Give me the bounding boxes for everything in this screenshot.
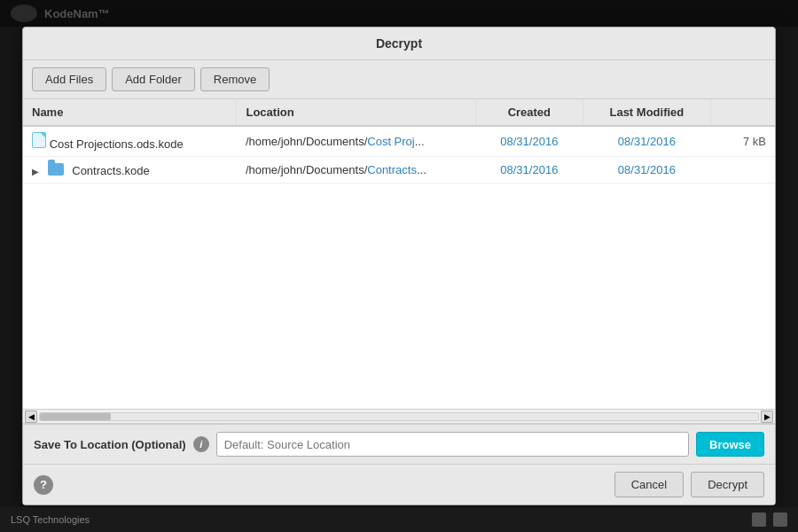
file-table-container: Name Location Created Last Modified (23, 99, 775, 410)
remove-button[interactable]: Remove (200, 67, 270, 91)
expand-arrow-icon[interactable]: ▶ (32, 167, 41, 176)
folder-name: Contracts.kode (72, 164, 149, 177)
table-row[interactable]: Cost Projections.ods.kode /home/john/Doc… (23, 126, 775, 157)
save-location-label: Save To Location (Optional) (34, 438, 186, 451)
scroll-left-button[interactable]: ◀ (25, 411, 37, 423)
dialog-footer: ? Cancel Decrypt (23, 465, 775, 505)
table-row[interactable]: ▶ Contracts.kode /home/john/Documents/Co… (23, 157, 775, 184)
location-ellipsis: ... (417, 163, 426, 176)
dialog-title: Decrypt (23, 27, 775, 60)
scroll-thumb[interactable] (40, 413, 111, 420)
horizontal-scrollbar[interactable]: ◀ ▶ (23, 410, 775, 424)
dialog-toolbar: Add Files Add Folder Remove (23, 60, 775, 99)
location-prefix: /home/john/Documents/ (246, 163, 367, 176)
file-size-cell: 7 kB (711, 126, 775, 157)
location-highlight: Cost Proj (367, 135, 414, 148)
location-highlight: Contracts (367, 163, 417, 176)
file-icon (32, 132, 46, 148)
col-header-name: Name (23, 99, 237, 126)
file-name: Cost Projections.ods.kode (50, 137, 184, 151)
info-icon[interactable]: i (193, 436, 209, 452)
col-header-size (711, 99, 775, 126)
app-company-text: LSQ Technologies (11, 514, 90, 525)
location-prefix: /home/john/Documents/ (246, 135, 367, 148)
browse-button[interactable]: Browse (696, 432, 764, 457)
table-header-row: Name Location Created Last Modified (23, 99, 775, 126)
add-folder-button[interactable]: Add Folder (112, 67, 195, 91)
location-ellipsis: ... (415, 135, 425, 148)
folder-icon (48, 163, 64, 176)
col-header-location: Location (237, 99, 476, 126)
app-bottombar-icons (752, 512, 787, 527)
file-name-cell: Cost Projections.ods.kode (23, 126, 237, 157)
file-location-cell: /home/john/Documents/Cost Proj... (237, 126, 476, 157)
file-table: Name Location Created Last Modified (23, 99, 775, 184)
dialog-bottom: Save To Location (Optional) i Browse ? C… (23, 424, 775, 505)
col-header-modified: Last Modified (583, 99, 711, 126)
scroll-track[interactable] (39, 412, 759, 421)
bottombar-icon-1 (752, 512, 766, 527)
footer-actions: Cancel Decrypt (614, 472, 764, 497)
file-created-cell: 08/31/2016 (476, 126, 583, 157)
folder-created-cell: 08/31/2016 (476, 157, 583, 184)
save-location-row: Save To Location (Optional) i Browse (23, 425, 775, 465)
folder-name-cell: ▶ Contracts.kode (23, 157, 237, 184)
folder-location-cell: /home/john/Documents/Contracts... (237, 157, 476, 184)
help-icon[interactable]: ? (34, 475, 53, 495)
app-bottombar: LSQ Technologies (0, 507, 798, 532)
folder-size-cell (711, 157, 775, 184)
app-background: KodeNam™ Decrypt Add Files Add Folder Re… (0, 0, 798, 532)
folder-modified-cell: 08/31/2016 (583, 157, 711, 184)
save-location-input[interactable] (216, 432, 689, 457)
dialog-overlay: Decrypt Add Files Add Folder Remove Name… (0, 0, 798, 532)
decrypt-dialog: Decrypt Add Files Add Folder Remove Name… (22, 27, 776, 505)
bottombar-icon-2 (773, 512, 787, 527)
decrypt-button[interactable]: Decrypt (691, 472, 764, 497)
scroll-right-button[interactable]: ▶ (761, 411, 773, 423)
cancel-button[interactable]: Cancel (614, 472, 684, 497)
add-files-button[interactable]: Add Files (32, 67, 106, 91)
file-modified-cell: 08/31/2016 (583, 126, 711, 157)
col-header-created: Created (476, 99, 583, 126)
